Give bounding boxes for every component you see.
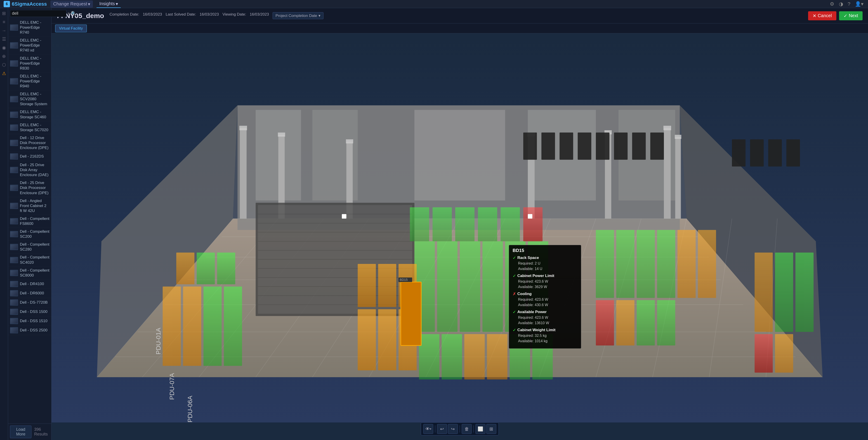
change-request-chevron: ▾ — [88, 1, 90, 7]
cancel-button[interactable]: ✕ Cancel — [808, 11, 836, 20]
insights-label: Insights — [99, 1, 115, 6]
svg-rect-68 — [204, 286, 221, 366]
left-sidebar-icons: ⊞ ≡ → ☰ ◉ ⊕ ⬡ ⚠ — [0, 8, 8, 440]
change-request-label: Change Request — [53, 1, 87, 6]
list-item[interactable]: Dell - Compellent SC4020 — [8, 253, 51, 266]
device-name: DELL EMC - PowerEdge R940 — [20, 74, 50, 89]
change-request-menu[interactable]: Change Request ▾ — [51, 0, 93, 8]
sidebar-icon-arrow[interactable]: → — [1, 27, 7, 34]
project-completion-dropdown[interactable]: Project Completion Date ▾ — [273, 12, 323, 19]
svg-rect-81 — [464, 334, 485, 379]
tooltip-row: Required: 423.6 W — [513, 297, 577, 302]
list-item[interactable]: Dell - Angled Front Cabinet 2 ft W 42U — [8, 197, 51, 215]
virtual-facility-button[interactable]: Virtual Facility — [55, 25, 87, 32]
main-content: FFNY05_demo Completion Date: 16/03/2023 … — [52, 8, 868, 440]
device-thumbnail — [10, 96, 18, 102]
search-go-icon[interactable]: 🔍 — [71, 11, 76, 16]
tooltip-section: ✓Cabinet Weight LimitRequired: 32.5 kgAv… — [513, 328, 577, 344]
insights-menu[interactable]: Insights ▾ — [96, 0, 121, 8]
list-item[interactable]: Dell - DSS 1510 — [8, 316, 51, 326]
redo-button[interactable]: ↪ — [448, 424, 458, 434]
list-item[interactable]: DELL EMC - PowerEdge R940 — [8, 72, 51, 90]
list-item[interactable]: Dell - DS-7720B — [8, 298, 51, 307]
svg-rect-72 — [217, 252, 235, 284]
device-thumbnail — [10, 218, 18, 225]
user-menu-icon[interactable]: 👤▾ — [855, 1, 864, 7]
sidebar-icon-alert[interactable]: ⚠ — [1, 70, 7, 77]
list-item[interactable]: Dell - DSS 1500 — [8, 307, 51, 316]
list-item[interactable]: DELL EMC - Storage SC460 — [8, 108, 51, 121]
load-more-button[interactable]: Load More — [10, 426, 31, 438]
undo-icon: ↩ — [440, 426, 444, 432]
device-name: DELL EMC - PowerEdge R830 — [20, 56, 50, 71]
tooltip-section: ✓Available PowerRequired: 423.6 WAvailab… — [513, 309, 577, 326]
sidebar-icon-grid[interactable]: ⊞ — [1, 10, 7, 17]
tooltip-section-title: Rack Space — [518, 256, 539, 260]
viewing-date-value: 16/03/2023 — [250, 12, 269, 19]
svg-rect-69 — [224, 286, 242, 366]
device-thumbnail — [10, 42, 18, 48]
toolbar-divider-3 — [473, 425, 474, 433]
grid-toggle-button[interactable]: ⊞ — [487, 424, 496, 434]
list-item[interactable]: DELL EMC - PowerEdge R740 — [8, 19, 51, 37]
results-count: 396 Results — [34, 427, 50, 437]
list-item[interactable]: Dell - DSS 2500 — [8, 326, 51, 335]
search-input[interactable] — [10, 10, 66, 17]
search-clear-icon[interactable]: × — [67, 11, 70, 16]
device-thumbnail — [10, 78, 18, 84]
device-thumbnail — [10, 140, 18, 146]
svg-rect-105 — [637, 300, 655, 346]
list-item[interactable]: DELL EMC - Storage SC7020 — [8, 121, 51, 134]
svg-text:PDU-06A: PDU-06A — [186, 396, 193, 422]
next-label: Next — [849, 13, 858, 18]
check-ok-icon: ✓ — [513, 328, 516, 333]
list-item[interactable]: Dell - 25 Drive Disk Processor Enclosure… — [8, 179, 51, 197]
device-name: DELL EMC - PowerEdge R740 — [20, 20, 50, 35]
device-name: Dell - DS-7720B — [20, 300, 48, 305]
3d-viewport[interactable]: PDU-01A PDU-07A PDU-06A BD15 BD15 ✓Rack … — [52, 33, 868, 440]
next-button[interactable]: ✓ Next — [839, 11, 863, 20]
svg-rect-128 — [528, 214, 532, 218]
sidebar-icon-globe[interactable]: ⊕ — [1, 53, 7, 60]
brightness-icon[interactable]: ◑ — [839, 1, 843, 7]
list-item[interactable]: Dell - Compellent SC200 — [8, 228, 51, 241]
sidebar-icon-eye[interactable]: ◉ — [1, 44, 7, 51]
svg-rect-127 — [342, 214, 346, 218]
undo-button[interactable]: ↩ — [437, 424, 447, 434]
list-item[interactable]: Dell - DR6000 — [8, 289, 51, 298]
list-item[interactable]: DELL EMC - PowerEdge R740 xd — [8, 37, 51, 55]
list-item[interactable]: Dell - 2162DS — [8, 152, 51, 161]
sidebar-icon-network[interactable]: ⬡ — [1, 61, 7, 68]
tooltip-row: Available: 13610 W — [513, 320, 577, 326]
completion-date-label: Completion Date: — [110, 12, 139, 19]
list-item[interactable]: Dell - DR4100 — [8, 279, 51, 289]
eye-toggle-button[interactable]: 👁 ▾ — [423, 424, 433, 434]
tooltip-section: ✓Rack SpaceRequired: 2 UAvailable: 14 U — [513, 255, 577, 272]
list-item[interactable]: Dell - Compellent SC8000 — [8, 267, 51, 279]
list-item[interactable]: Dell - 12 Drive Disk Processor Enclosure… — [8, 134, 51, 152]
list-item[interactable]: DELL EMC - SCV2080 Storage System — [8, 90, 51, 108]
svg-rect-80 — [442, 334, 462, 379]
list-item[interactable]: Dell - Compellent SC280 — [8, 241, 51, 253]
device-thumbnail — [10, 318, 18, 324]
brand-logo[interactable]: 6 6SigmaAccess — [0, 1, 51, 7]
svg-rect-107 — [754, 252, 773, 332]
settings-icon[interactable]: ⚙ — [830, 1, 834, 7]
sidebar-icon-list[interactable]: ☰ — [1, 36, 7, 42]
list-item[interactable]: Dell - 25 Drive Disk Array Enclosure (DA… — [8, 161, 51, 179]
eye-dropdown-icon: ▾ — [430, 427, 431, 431]
device-name: DELL EMC - Storage SC460 — [20, 109, 50, 120]
help-icon[interactable]: ? — [848, 1, 850, 7]
list-item[interactable]: DELL EMC - PowerEdge R830 — [8, 55, 51, 72]
svg-rect-79 — [419, 334, 439, 379]
device-thumbnail — [10, 167, 18, 173]
svg-rect-129 — [401, 282, 421, 345]
svg-rect-44 — [664, 128, 671, 218]
sidebar-icon-layers[interactable]: ≡ — [1, 19, 7, 25]
list-item[interactable]: Dell - Compellent FS8600 — [8, 215, 51, 228]
svg-rect-75 — [460, 241, 480, 332]
svg-rect-91 — [358, 309, 376, 370]
delete-button[interactable]: 🗑 — [462, 424, 472, 434]
svg-rect-106 — [657, 300, 675, 346]
frame-button[interactable]: ⬜ — [475, 424, 486, 434]
